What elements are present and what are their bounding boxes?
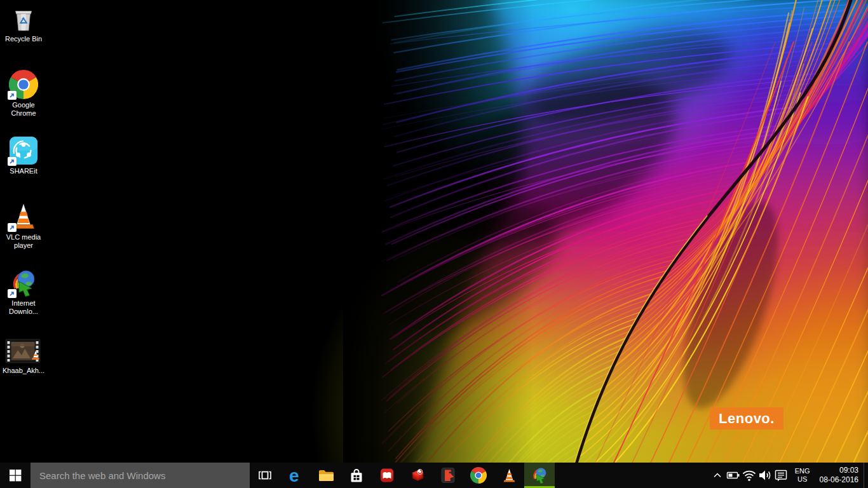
taskbar-app-file-explorer[interactable] <box>311 463 341 488</box>
shareit-icon <box>9 136 38 165</box>
speaker-icon <box>757 468 773 483</box>
desktop-icon-google-chrome[interactable]: Google Chrome <box>0 70 47 118</box>
desktop-icon-label: SHAREit <box>10 167 37 175</box>
desktop-icon-shareit[interactable]: SHAREit <box>0 136 47 175</box>
desktop-icon-label: Khaab_Akh... <box>3 367 44 375</box>
taskbar-app-red-layers[interactable] <box>402 463 433 488</box>
edge-icon: e <box>287 466 304 484</box>
shortcut-arrow-badge <box>8 223 17 232</box>
desktop-icon-khaab-video[interactable]: Khaab_Akh... <box>0 338 47 375</box>
taskbar-empty-area <box>555 463 710 488</box>
shortcut-arrow-badge <box>8 157 17 166</box>
shortcut-arrow-badge <box>8 289 17 298</box>
task-view-icon <box>258 469 272 482</box>
recycle-bin-icon <box>9 4 38 33</box>
idm-icon <box>9 268 38 297</box>
task-view-button[interactable] <box>250 463 280 488</box>
taskbar-app-idm[interactable] <box>524 463 555 488</box>
chevron-up-icon <box>713 472 722 478</box>
language-line2: US <box>795 475 810 484</box>
battery-icon <box>726 468 740 483</box>
desktop-icon-idm[interactable]: Internet Downlo... <box>0 268 47 316</box>
idm-icon <box>531 466 548 484</box>
wifi-icon <box>742 468 757 483</box>
face-profile-icon <box>440 467 456 484</box>
network-button[interactable] <box>742 463 757 488</box>
shortcut-arrow-badge <box>8 91 17 100</box>
battery-button[interactable] <box>726 463 742 488</box>
clock-date: 08-06-2016 <box>820 475 858 485</box>
desktop-icon-label: Google Chrome <box>0 101 47 118</box>
search-input[interactable] <box>31 463 250 488</box>
system-tray: ENG US 09:03 08-06-2016 <box>710 463 868 488</box>
start-button[interactable] <box>0 463 31 488</box>
desktop-icon-recycle-bin[interactable]: Recycle Bin <box>0 4 47 43</box>
taskbar-app-vlc[interactable] <box>494 463 524 488</box>
desktop-icon-label: Internet Downlo... <box>0 299 47 316</box>
taskbar-app-face-profile[interactable] <box>433 463 463 488</box>
language-line1: ENG <box>795 467 810 475</box>
hidden-icons-button[interactable] <box>710 463 726 488</box>
chrome-icon <box>470 467 487 484</box>
clock[interactable]: 09:03 08-06-2016 <box>816 463 864 488</box>
vlc-icon <box>501 468 517 484</box>
action-center-icon <box>773 468 789 483</box>
desktop-icon-label: VLC media player <box>0 233 47 250</box>
volume-button[interactable] <box>757 463 773 488</box>
lenovo-logo: Lenovo. <box>710 407 783 430</box>
taskbar-app-ebook-reader[interactable] <box>372 463 402 488</box>
red-layers-icon <box>409 467 426 484</box>
store-icon <box>348 467 365 484</box>
file-explorer-icon <box>318 467 335 484</box>
taskbar-app-store[interactable] <box>341 463 372 488</box>
language-indicator[interactable]: ENG US <box>789 463 816 488</box>
windows-logo-icon <box>9 469 22 482</box>
desktop-icon-vlc[interactable]: VLC media player <box>0 202 47 250</box>
show-desktop-button[interactable] <box>864 463 868 488</box>
svg-text:e: e <box>289 466 299 484</box>
vlc-icon <box>9 202 38 231</box>
lenovo-logo-text: Lenovo. <box>719 410 775 427</box>
chrome-icon <box>9 70 38 99</box>
taskbar-app-chrome[interactable] <box>463 463 494 488</box>
taskbar-search[interactable] <box>31 463 250 488</box>
desktop-icon-label: Recycle Bin <box>5 35 42 43</box>
taskbar: e <box>0 463 868 488</box>
desktop-wallpaper: Lenovo. <box>0 0 868 488</box>
clock-time: 09:03 <box>820 466 858 475</box>
action-center-button[interactable] <box>773 463 789 488</box>
video-file-thumbnail-icon <box>5 338 42 365</box>
ebook-reader-icon <box>379 467 395 484</box>
taskbar-app-edge[interactable]: e <box>280 463 311 488</box>
